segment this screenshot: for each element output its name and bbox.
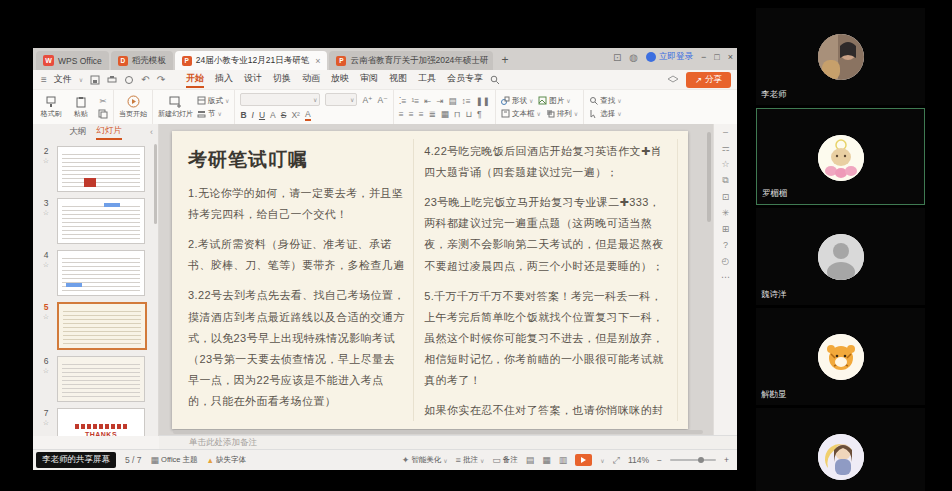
maximize-button[interactable]: □ <box>714 52 719 62</box>
align-right-icon[interactable]: ≡ <box>419 109 424 119</box>
reading-view-icon[interactable]: ▥ <box>559 455 568 465</box>
tab-docer-templates[interactable]: D 稻壳模板 <box>111 51 173 70</box>
outdent-icon[interactable]: ⇤ <box>424 96 431 106</box>
tab-animation[interactable]: 动画 <box>302 72 320 88</box>
numbering-icon[interactable]: ¹≡ <box>411 96 419 106</box>
section-button[interactable]: 节∨ <box>197 109 229 119</box>
canvas-vertical-scrollbar[interactable] <box>707 132 711 222</box>
zoom-slider[interactable] <box>670 459 716 461</box>
align-center-icon[interactable]: ≡ <box>409 109 414 119</box>
align-bottom-icon[interactable]: ⊔ <box>465 109 472 119</box>
tab-member[interactable]: 会员专享 <box>447 72 483 88</box>
preview-icon[interactable] <box>124 75 134 85</box>
participant-tile[interactable]: 魏诗洋 <box>756 208 925 305</box>
clear-format-icon[interactable]: A <box>270 110 276 120</box>
select-button[interactable]: 选择∨ <box>589 109 621 119</box>
new-tab-button[interactable]: + <box>495 51 514 70</box>
textbox-button[interactable]: 文本框∨ <box>501 109 541 119</box>
login-button[interactable]: 立即登录 <box>646 51 693 63</box>
copy-icon[interactable] <box>98 109 108 119</box>
arrange-button[interactable]: 排列∨ <box>546 109 578 119</box>
distribute-icon[interactable]: ▦ <box>441 109 449 119</box>
cut-icon[interactable]: ✂ <box>99 96 106 106</box>
thumbnail-item[interactable]: 7☆ THANKS <box>39 408 152 436</box>
tab-home[interactable]: 开始 <box>186 72 204 88</box>
slide-5-thumbnail-selected[interactable] <box>57 302 147 350</box>
undo-icon[interactable]: ↶ <box>141 74 149 85</box>
slide-sorter-view-icon[interactable]: ▦ <box>542 455 551 465</box>
format-painter-button[interactable]: 格式刷 <box>38 96 64 119</box>
shrink-font-icon[interactable]: A⁻ <box>378 95 388 105</box>
zoom-out-button[interactable]: − <box>657 455 662 465</box>
thumbnail-item[interactable]: 3☆ <box>39 198 152 244</box>
close-window-button[interactable]: × <box>728 52 733 62</box>
smart-beautify-button[interactable]: ✦ 智能美化∨ <box>402 455 448 465</box>
print-icon[interactable] <box>107 75 117 85</box>
outline-tab[interactable]: 大纲 <box>69 126 86 138</box>
missing-font-warning[interactable]: ▲ 缺失字体 <box>207 455 246 465</box>
slide-right-textbox[interactable]: 4.22号吃完晚饭后回酒店开始复习英语作文✚肖四大题背诵（四套题建议过完一遍）；… <box>413 139 678 421</box>
slide-left-textbox[interactable]: 考研笔试叮嘱 1.无论你学的如何，请一定要去考，并且坚持考完四科，给自己一个交代… <box>182 139 413 421</box>
hamburger-icon[interactable]: ≡ <box>41 74 47 85</box>
thumbnail-item[interactable]: 6☆ <box>39 356 152 402</box>
text-direction-icon[interactable]: ▤ <box>448 96 456 106</box>
share-button[interactable]: ↗ 分享 <box>686 72 731 88</box>
tab-document-active[interactable]: P 24届小教专业12月21日考研笔 × <box>175 51 328 70</box>
save-icon[interactable] <box>90 75 100 85</box>
search-icon[interactable] <box>490 75 500 85</box>
participant-tile[interactable]: 李老师 <box>756 8 925 105</box>
font-color-icon[interactable]: A <box>305 109 311 121</box>
new-slide-button[interactable]: 新建幻灯片 <box>158 95 193 119</box>
participant-tile[interactable] <box>756 408 925 491</box>
slide-7-thumbnail[interactable]: THANKS <box>57 408 145 436</box>
slide-4-thumbnail[interactable] <box>57 250 145 296</box>
bullets-icon[interactable]: ⁚≡ <box>399 96 407 106</box>
globe-icon[interactable]: ◍ <box>629 52 638 63</box>
slide-2-thumbnail[interactable] <box>57 146 145 192</box>
redo-icon[interactable]: ↷ <box>157 74 165 85</box>
notes-button[interactable]: ▭ 备注 <box>492 455 518 465</box>
participant-tile[interactable]: 解勘显 <box>756 308 925 405</box>
tab-tools[interactable]: 工具 <box>418 72 436 88</box>
more-icon[interactable]: ⋯ <box>721 272 730 282</box>
tab-review[interactable]: 审阅 <box>360 72 378 88</box>
paste-button[interactable]: 粘贴 <box>68 96 94 119</box>
paragraph-more-icon[interactable]: ¶ <box>477 109 482 119</box>
superscript-icon[interactable]: X² <box>291 110 300 120</box>
notes-bar[interactable]: 单击此处添加备注 <box>159 435 737 450</box>
tab-wps-home[interactable]: W WPS Office <box>36 51 109 70</box>
slide-6-thumbnail[interactable] <box>57 356 145 402</box>
underline-button[interactable]: U <box>259 110 265 120</box>
columns-icon[interactable]: ❚❚ <box>476 96 490 106</box>
member-hat-icon[interactable] <box>667 75 679 84</box>
bold-button[interactable]: B <box>240 110 246 120</box>
play-options-icon[interactable]: ∨ <box>600 457 604 464</box>
collapse-strip-icon[interactable]: – <box>723 127 728 137</box>
participant-tile-active-speaker[interactable]: 罗楣楣 <box>756 108 925 205</box>
current-slide[interactable]: 考研笔试叮嘱 1.无论你学的如何，请一定要去考，并且坚持考完四科，给自己一个交代… <box>172 131 688 429</box>
thumbnail-item[interactable]: 5☆ <box>39 302 152 350</box>
grow-font-icon[interactable]: A⁺ <box>362 95 372 105</box>
crop-icon[interactable]: ⊞ <box>722 224 730 234</box>
slide-3-thumbnail[interactable] <box>57 198 145 244</box>
zoom-slider-handle[interactable] <box>698 457 704 463</box>
shapes-panel-icon[interactable]: ⧉ <box>722 175 728 186</box>
thumbnail-scrollbar[interactable] <box>154 144 157 224</box>
thumbnail-item[interactable]: 2☆ <box>39 146 152 192</box>
picture-button[interactable]: 图片∨ <box>538 96 570 106</box>
tab-document-2[interactable]: P 云南省教育厅关于加强2024年硕士研 <box>329 51 493 70</box>
justify-icon[interactable]: ≣ <box>429 109 436 119</box>
properties-icon[interactable]: ⚎ <box>721 143 729 153</box>
shapes-button[interactable]: 形状∨ <box>501 96 533 106</box>
image-panel-icon[interactable]: ⊡ <box>722 192 730 202</box>
tab-design[interactable]: 设计 <box>244 72 262 88</box>
layout-button[interactable]: 版式∨ <box>197 96 229 106</box>
canvas-horizontal-scrollbar[interactable] <box>173 430 703 434</box>
tab-slideshow[interactable]: 放映 <box>331 72 349 88</box>
align-left-icon[interactable]: ≡ <box>399 109 404 119</box>
collapse-panel-icon[interactable]: ‹ <box>150 127 153 137</box>
theme-indicator[interactable]: ▦ Office 主题 <box>151 455 198 465</box>
font-size-select[interactable]: ∨ <box>325 93 357 106</box>
strikethrough-button[interactable]: S <box>281 110 287 120</box>
close-tab-icon[interactable]: × <box>315 56 320 66</box>
